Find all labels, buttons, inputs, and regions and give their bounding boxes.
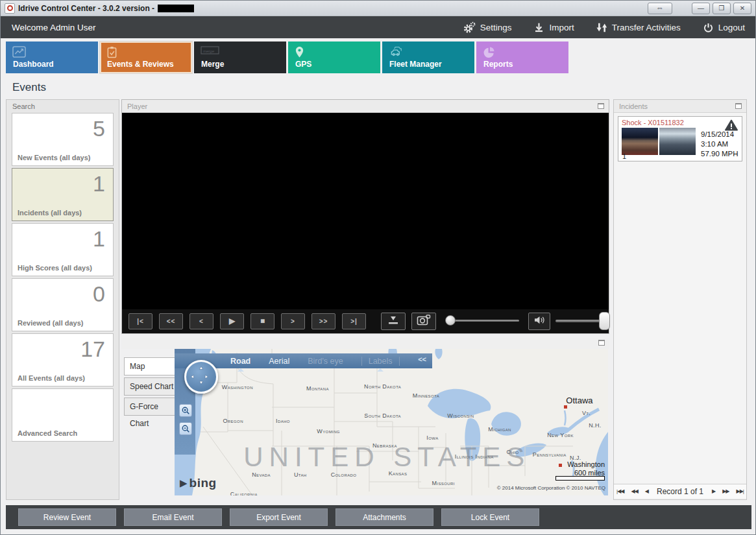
logout-button[interactable]: Logout — [703, 22, 745, 33]
speaker-icon — [533, 315, 546, 327]
welcome-text: Welcome Admin User — [12, 23, 96, 32]
save-video-button[interactable] — [381, 313, 406, 330]
maximize-button[interactable]: ❒ — [713, 3, 731, 14]
nav-tab-dashboard[interactable]: Dashboard — [6, 42, 98, 73]
incident-list-item[interactable]: Shock - X01511832 9/15/2014 3:10 AM 57.9… — [618, 116, 742, 161]
rewind-button[interactable]: << — [159, 313, 183, 329]
lock-event-button[interactable]: Lock Event — [441, 508, 539, 526]
state-label-north-dakota: North Dakota — [364, 383, 401, 390]
redacted-text — [158, 5, 194, 12]
transfer-activities-button[interactable]: Transfer Activities — [596, 22, 681, 33]
page-title: Events — [12, 81, 46, 94]
caret-icon — [238, 368, 244, 372]
state-label-wisconsin: Wisconsin — [447, 412, 474, 419]
toolbar-collapse-button[interactable]: << — [418, 355, 426, 363]
export-event-button[interactable]: Export Event — [230, 508, 328, 526]
state-label-oregon: Oregon — [223, 418, 243, 424]
mute-button[interactable] — [528, 313, 550, 330]
search-card-high-scores-all-days[interactable]: 1High Scores (all days) — [12, 223, 114, 276]
view-mode-road[interactable]: Road — [230, 357, 250, 366]
fast-forward-button[interactable]: >> — [311, 313, 335, 329]
minimize-button[interactable]: — — [692, 3, 710, 14]
rec-first-button[interactable]: |◀◀ — [616, 488, 624, 494]
footer-action-bar: Review EventEmail EventExport EventAttac… — [6, 505, 751, 529]
seek-thumb[interactable] — [445, 315, 456, 326]
state-label-washington: Washington — [222, 384, 253, 390]
settings-button[interactable]: Settings — [463, 21, 512, 34]
incidents-maximize-icon[interactable] — [735, 103, 742, 109]
card-label: Advanced Search — [18, 429, 77, 437]
road-camera-thumbnail[interactable] — [622, 128, 658, 155]
rec-prev-page-button[interactable]: ◀◀ — [631, 488, 638, 494]
zoom-out-button[interactable] — [179, 422, 192, 435]
import-button[interactable]: Import — [533, 22, 574, 33]
first-button[interactable]: |< — [128, 313, 152, 329]
map-maximize-icon[interactable] — [598, 340, 605, 346]
stop-button[interactable]: ■ — [250, 313, 274, 329]
map-area[interactable]: UNITED STATES WashingtonOregonIdahoMonta… — [175, 349, 608, 495]
snapshot-button[interactable] — [411, 313, 436, 330]
attachments-button[interactable]: Attachments — [335, 508, 433, 526]
rec-prev-button[interactable]: ◀ — [645, 488, 648, 494]
search-card-incidents-all-days[interactable]: 1Incidents (all days) — [12, 168, 114, 221]
view-mode-aerial[interactable]: Aerial — [269, 357, 289, 366]
nav-tab-strip: DashboardEvents & ReviewsmergeMergeGPSFl… — [6, 42, 568, 73]
zoom-in-button[interactable] — [179, 404, 192, 417]
gears-icon — [463, 21, 476, 34]
player-maximize-icon[interactable] — [598, 103, 604, 109]
nav-tab-events-reviews[interactable]: Events & Reviews — [100, 42, 192, 73]
player-panel: Player |<<<<▶■>>>>| — [121, 99, 609, 334]
state-label-missouri: Missouri — [432, 480, 454, 486]
search-card-advanced-search[interactable]: Advanced Search — [12, 388, 114, 442]
card-label: All Events (all days) — [18, 374, 85, 382]
tab-label: GPS — [295, 60, 311, 69]
search-card-all-events-all-days[interactable]: 17All Events (all days) — [12, 333, 114, 386]
card-count: 17 — [80, 337, 105, 362]
email-event-button[interactable]: Email Event — [124, 508, 222, 526]
map-tab-map[interactable]: Map — [124, 357, 176, 375]
rec-last-button[interactable]: ▶▶| — [736, 488, 743, 494]
incident-time: 3:10 AM — [701, 139, 738, 149]
state-label-montana: Montana — [306, 385, 329, 392]
nav-tab-gps[interactable]: GPS — [288, 42, 380, 73]
video-display — [122, 113, 609, 311]
search-card-new-events-all-days[interactable]: 5New Events (all days) — [12, 113, 114, 166]
play-button[interactable]: ▶ — [220, 313, 244, 329]
map-tab-g-force-chart[interactable]: G-Force Chart — [124, 398, 175, 416]
seek-slider[interactable] — [446, 320, 519, 322]
review-event-button[interactable]: Review Event — [18, 508, 116, 526]
card-label: New Events (all days) — [18, 154, 91, 161]
close-button[interactable]: ✕ — [733, 3, 751, 14]
volume-slider[interactable] — [555, 320, 607, 322]
map-pan-control[interactable] — [184, 360, 218, 394]
app-icon — [5, 3, 15, 14]
search-card-reviewed-all-days[interactable]: 0Reviewed (all days) — [12, 278, 114, 331]
cabin-camera-thumbnail[interactable] — [659, 128, 696, 155]
rec-next-page-button[interactable]: ▶▶ — [722, 488, 729, 494]
map-watermark: UNITED STATES — [243, 442, 530, 473]
map-tab-speed-chart[interactable]: Speed Chart — [124, 377, 175, 396]
nav-tab-merge[interactable]: mergeMerge — [194, 42, 286, 73]
fleet-icon — [389, 46, 405, 59]
card-count: 1 — [93, 171, 105, 196]
view-mode-bird-s-eye[interactable]: Bird's eye — [308, 357, 343, 366]
resize-button[interactable]: ⇔ — [648, 3, 672, 14]
last-button[interactable]: >| — [342, 313, 366, 329]
volume-thumb[interactable] — [599, 312, 610, 330]
state-label-new-york: New York — [547, 432, 574, 438]
tab-label: Dashboard — [13, 60, 54, 69]
card-label: Incidents (all days) — [18, 209, 82, 217]
rec-next-button[interactable]: ▶ — [712, 488, 715, 494]
pie-icon — [483, 46, 495, 61]
chart-icon — [12, 46, 26, 61]
nav-tab-fleet-manager[interactable]: Fleet Manager — [382, 42, 474, 73]
player-controls: |<<<<▶■>>>>| — [122, 309, 609, 333]
nav-tab-reports[interactable]: Reports — [476, 42, 568, 73]
step-forward-button[interactable]: > — [281, 313, 305, 329]
view-mode-labels[interactable]: Labels — [361, 357, 400, 366]
camera-icon — [417, 315, 431, 328]
svg-text:merge: merge — [203, 49, 215, 53]
step-back-button[interactable]: < — [189, 313, 213, 329]
card-label: High Scores (all days) — [18, 264, 92, 272]
top-toolbar: Welcome Admin User Settings Import — [1, 16, 755, 38]
